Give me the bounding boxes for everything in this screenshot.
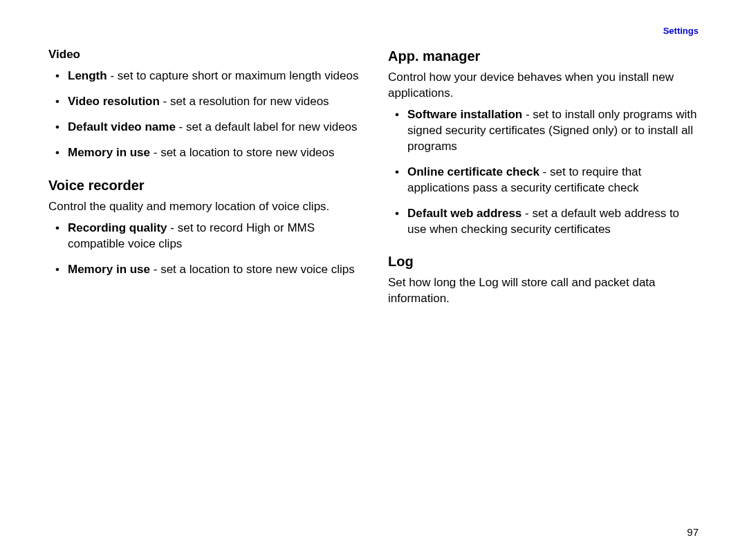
item-term: Online certificate check: [407, 165, 540, 178]
item-term: Memory in use: [68, 146, 150, 159]
item-desc: - set a location to store new videos: [150, 146, 334, 159]
content-columns: Video Length - set to capture short or m…: [48, 46, 699, 312]
header-label: Settings: [663, 25, 699, 37]
list-item: Recording quality - set to record High o…: [48, 221, 359, 252]
right-column: App. manager Control how your device beh…: [388, 46, 699, 312]
video-list: Length - set to capture short or maximum…: [48, 68, 359, 161]
item-term: Video resolution: [68, 95, 160, 108]
list-item: Default web address - set a default web …: [388, 206, 699, 238]
appmgr-heading: App. manager: [388, 47, 699, 66]
item-desc: - set to capture short or maximum length…: [107, 69, 359, 82]
list-item: Online certificate check - set to requir…: [388, 165, 699, 196]
video-heading: Video: [48, 47, 359, 63]
voice-list: Recording quality - set to record High o…: [48, 221, 359, 278]
voice-intro: Control the quality and memory location …: [48, 199, 359, 215]
list-item: Length - set to capture short or maximum…: [48, 68, 359, 84]
list-item: Memory in use - set a location to store …: [48, 145, 359, 161]
list-item: Software installation - set to install o…: [388, 107, 699, 155]
list-item: Memory in use - set a location to store …: [48, 262, 359, 278]
item-term: Memory in use: [68, 263, 150, 276]
item-desc: - set a location to store new voice clip…: [150, 263, 355, 276]
log-intro: Set how long the Log will store call and…: [388, 275, 699, 307]
item-desc: - set a resolution for new videos: [160, 95, 329, 108]
item-term: Length: [68, 69, 107, 82]
item-desc: - set a default label for new videos: [176, 120, 358, 133]
appmgr-list: Software installation - set to install o…: [388, 107, 699, 238]
item-term: Recording quality: [68, 221, 167, 234]
item-term: Software installation: [407, 108, 522, 121]
item-term: Default video name: [68, 120, 176, 133]
list-item: Video resolution - set a resolution for …: [48, 94, 359, 110]
item-term: Default web address: [407, 207, 522, 220]
log-heading: Log: [388, 252, 699, 271]
appmgr-intro: Control how your device behaves when you…: [388, 70, 699, 102]
page-number: 97: [687, 525, 699, 539]
voice-heading: Voice recorder: [48, 176, 359, 195]
list-item: Default video name - set a default label…: [48, 120, 359, 136]
left-column: Video Length - set to capture short or m…: [48, 46, 359, 312]
